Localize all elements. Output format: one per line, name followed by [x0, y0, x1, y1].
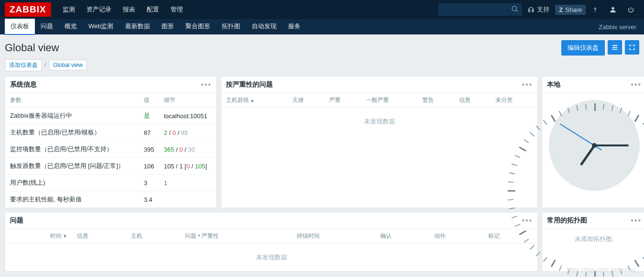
- table-header[interactable]: 警告: [418, 93, 454, 108]
- cell-detail: [159, 191, 216, 208]
- logo[interactable]: ZABBIX: [5, 2, 51, 17]
- sysinfo-title: 系统信息: [10, 80, 37, 89]
- fullscreen-button[interactable]: [625, 40, 639, 55]
- cell-detail: 365 / 0 / 30: [159, 141, 216, 158]
- clock-tick: [585, 104, 587, 110]
- sub-menu-item[interactable]: 概览: [59, 19, 83, 35]
- breadcrumb-current[interactable]: Global view: [49, 60, 87, 70]
- sub-menu-item[interactable]: Web监测: [83, 19, 119, 35]
- table-header[interactable]: 问题 • 严重性: [180, 229, 292, 244]
- support-label: 支持: [537, 5, 549, 14]
- cell-value: 395: [139, 141, 159, 158]
- widget-menu-icon[interactable]: •••: [522, 216, 533, 225]
- severity-table: 主机群组▲灾难严重一般严重警告信息未分类 未发现数据: [221, 93, 537, 135]
- table-header[interactable]: 确认: [376, 229, 429, 244]
- clock-tick: [612, 105, 613, 111]
- cell-value: 87: [139, 124, 159, 141]
- table-header[interactable]: 信息: [454, 93, 491, 108]
- clock-tick: [634, 115, 640, 122]
- watermark: https://blog.csdn.net/noflag: [567, 266, 635, 273]
- page-header: Global view 编辑仪表盘: [0, 34, 644, 59]
- table-row: 监控项数量（已启用/已禁用/不支持）395365 / 0 / 30: [5, 141, 216, 158]
- sub-menu-item[interactable]: 服务: [282, 19, 306, 35]
- share-link[interactable]: Z Share: [555, 5, 586, 15]
- cell-detail: 2 / 0 / 85: [159, 124, 216, 141]
- table-header[interactable]: 严重: [324, 93, 361, 108]
- top-menu-item[interactable]: 配置: [141, 0, 165, 19]
- cell-value: 是: [139, 108, 159, 124]
- breadcrumb-sep: /: [44, 62, 46, 68]
- headset-icon: [527, 6, 535, 13]
- cell-param: 主机数量（已启用/已禁用/模板）: [5, 124, 139, 141]
- top-menu-item[interactable]: 报表: [117, 0, 141, 19]
- top-menu-item[interactable]: 资产记录: [81, 0, 117, 19]
- cell-detail: localhost:10051: [159, 108, 216, 124]
- sub-menu-item[interactable]: 自动发现: [246, 19, 282, 35]
- favmap-title: 常用的拓扑图: [547, 216, 587, 225]
- table-header[interactable]: 持续时间: [292, 229, 376, 244]
- help-icon[interactable]: [587, 6, 603, 13]
- widget-menu-icon[interactable]: •••: [201, 80, 212, 89]
- server-label[interactable]: Zabbix server: [599, 23, 639, 31]
- top-right-utils: 支持 Z Share: [438, 3, 639, 16]
- widget-menu-icon[interactable]: •••: [631, 216, 642, 225]
- widget-menu-icon[interactable]: •••: [631, 80, 642, 89]
- table-header[interactable]: 主机群组▲: [221, 93, 288, 108]
- cell-value: 3.4: [139, 191, 159, 208]
- menu-list-button[interactable]: [608, 40, 622, 55]
- table-header[interactable]: 值: [139, 93, 159, 108]
- sub-menu-item[interactable]: 仪表板: [5, 19, 35, 35]
- table-header[interactable]: 时间▼: [5, 229, 72, 244]
- top-menu-item[interactable]: 管理: [165, 0, 189, 19]
- table-header[interactable]: 细节: [159, 93, 216, 108]
- cell-param: Zabbix服务器端运行中: [5, 108, 139, 124]
- search-input[interactable]: [438, 3, 522, 16]
- power-icon[interactable]: [623, 6, 639, 13]
- sysinfo-table: 参数值细节 Zabbix服务器端运行中是localhost:10051主机数量（…: [5, 93, 216, 208]
- table-header[interactable]: 动作: [429, 229, 483, 244]
- sub-menu-item[interactable]: 拓扑图: [216, 19, 246, 35]
- table-row: 用户数(线上)31: [5, 175, 216, 191]
- table-header[interactable]: 参数: [5, 93, 139, 108]
- sub-menu-item[interactable]: 最新数据: [119, 19, 156, 35]
- sort-desc-icon: ▼: [63, 233, 67, 239]
- clock-hub: [592, 143, 597, 148]
- table-header[interactable]: 灾难: [288, 93, 324, 108]
- edit-dashboard-button[interactable]: 编辑仪表盘: [561, 40, 605, 55]
- table-header[interactable]: 未分类: [491, 93, 537, 108]
- widget-fav-maps: 常用的拓扑图 ••• 未添加拓扑图.: [542, 212, 644, 272]
- search-wrap: [438, 3, 522, 16]
- clock-tick: [603, 104, 604, 110]
- sub-menu-item[interactable]: 问题: [35, 19, 59, 35]
- table-header[interactable]: 标记: [483, 229, 537, 244]
- user-icon[interactable]: [604, 6, 622, 13]
- cell-param: 用户数(线上): [5, 175, 139, 191]
- table-header[interactable]: 一般严重: [361, 93, 418, 108]
- table-header[interactable]: 主机: [126, 229, 180, 244]
- clock-minute-hand: [594, 144, 629, 146]
- table-header[interactable]: 信息: [72, 229, 126, 244]
- clock-tick: [567, 108, 570, 113]
- breadcrumb: 添加仪表盘 / Global view: [0, 59, 644, 76]
- cell-param: 要求的主机性能, 每秒新值: [5, 191, 139, 208]
- problems-nodata: 未发现数据: [5, 244, 537, 272]
- top-menu-item[interactable]: 监测: [57, 0, 81, 19]
- svg-point-3: [612, 7, 614, 10]
- problems-table: 时间▼信息主机问题 • 严重性持续时间确认动作标记 未发现数据: [5, 229, 537, 271]
- severity-nodata: 未发现数据: [221, 108, 537, 136]
- local-title: 本地: [547, 80, 560, 89]
- problems-title: 问题: [10, 216, 23, 225]
- clock-tick: [543, 120, 547, 125]
- clock-face: [549, 100, 640, 191]
- cell-param: 触发器数量（已启用/已禁用 [问题/正常]）: [5, 158, 139, 175]
- sub-menu-item[interactable]: 图形: [156, 19, 180, 35]
- breadcrumb-add[interactable]: 添加仪表盘: [5, 59, 42, 71]
- search-icon[interactable]: [511, 5, 519, 14]
- widget-menu-icon[interactable]: •••: [522, 80, 533, 89]
- sub-menu: 仪表板问题概览Web监测最新数据图形聚合图形拓扑图自动发现服务: [5, 19, 306, 35]
- favmap-empty: 未添加拓扑图.: [542, 229, 644, 249]
- table-row: 触发器数量（已启用/已禁用 [问题/正常]）106105 / 1 [0 / 10…: [5, 158, 216, 175]
- clock-tick: [628, 111, 631, 116]
- sub-menu-item[interactable]: 聚合图形: [180, 19, 216, 35]
- support-link[interactable]: 支持: [523, 5, 554, 14]
